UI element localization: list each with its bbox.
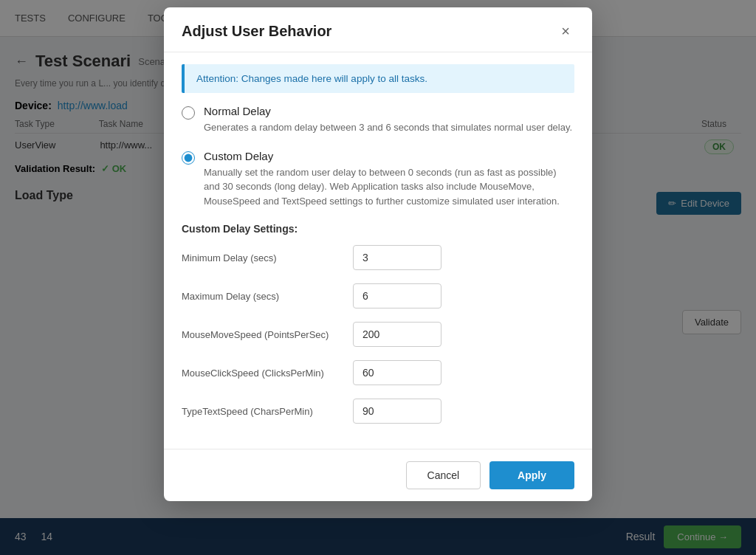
custom-delay-label: Custom Delay xyxy=(204,150,574,162)
custom-delay-radio[interactable] xyxy=(182,151,195,165)
normal-delay-label: Normal Delay xyxy=(204,105,572,117)
minimum-delay-label: Minimum Delay (secs) xyxy=(182,252,344,263)
modal-footer: Cancel Apply xyxy=(164,449,592,501)
type-text-speed-label: TypeTextSpeed (CharsPerMin) xyxy=(182,406,344,417)
type-text-speed-input[interactable] xyxy=(353,399,441,424)
custom-delay-content: Custom Delay Manually set the random use… xyxy=(204,150,574,209)
minimum-delay-input[interactable] xyxy=(353,245,441,270)
normal-delay-radio[interactable] xyxy=(182,106,195,120)
custom-delay-option: Custom Delay Manually set the random use… xyxy=(182,150,574,209)
modal-title: Adjust User Behavior xyxy=(182,23,331,40)
custom-settings-title: Custom Delay Settings: xyxy=(182,223,574,235)
modal-header: Adjust User Behavior × xyxy=(164,7,592,52)
normal-delay-content: Normal Delay Generates a random delay be… xyxy=(204,105,572,135)
maximum-delay-row: Maximum Delay (secs) xyxy=(182,283,574,308)
maximum-delay-input[interactable] xyxy=(353,283,441,308)
mouse-click-speed-label: MouseClickSpeed (ClicksPerMin) xyxy=(182,368,344,379)
modal-close-button[interactable]: × xyxy=(557,22,574,40)
normal-delay-option: Normal Delay Generates a random delay be… xyxy=(182,105,574,135)
modal-body: Attention: Changes made here will apply … xyxy=(164,52,592,449)
maximum-delay-label: Maximum Delay (secs) xyxy=(182,291,344,302)
mouse-move-speed-input[interactable] xyxy=(353,322,441,347)
normal-delay-desc: Generates a random delay between 3 and 6… xyxy=(204,120,572,135)
cancel-button[interactable]: Cancel xyxy=(406,461,481,489)
mouse-move-speed-label: MouseMoveSpeed (PointsPerSec) xyxy=(182,329,344,340)
custom-delay-desc: Manually set the random user delay to be… xyxy=(204,165,574,209)
mouse-move-speed-row: MouseMoveSpeed (PointsPerSec) xyxy=(182,322,574,347)
adjust-user-behavior-modal: Adjust User Behavior × Attention: Change… xyxy=(164,7,592,501)
alert-banner: Attention: Changes made here will apply … xyxy=(182,64,574,93)
type-text-speed-row: TypeTextSpeed (CharsPerMin) xyxy=(182,399,574,424)
minimum-delay-row: Minimum Delay (secs) xyxy=(182,245,574,270)
mouse-click-speed-input[interactable] xyxy=(353,360,441,385)
apply-button[interactable]: Apply xyxy=(489,461,574,489)
mouse-click-speed-row: MouseClickSpeed (ClicksPerMin) xyxy=(182,360,574,385)
